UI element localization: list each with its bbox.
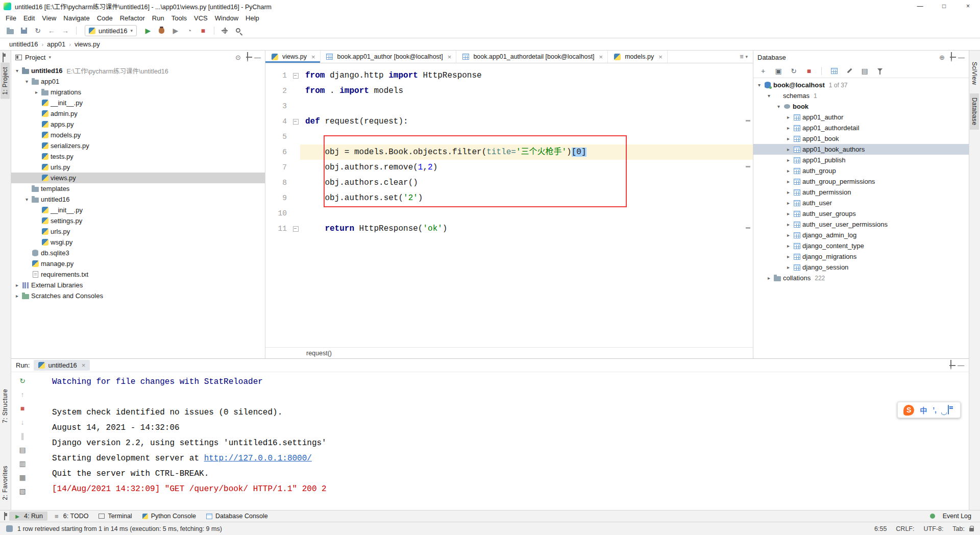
menu-file[interactable]: File — [2, 13, 20, 23]
menu-code[interactable]: Code — [93, 13, 116, 23]
stop-button[interactable]: ■ — [197, 25, 209, 37]
print-icon[interactable]: ▦ — [17, 472, 28, 483]
edit-pencil-icon[interactable] — [843, 65, 855, 77]
database-tree-item[interactable]: ▾book@localhost1 of 37 — [753, 80, 969, 90]
menu-view[interactable]: View — [38, 13, 60, 23]
datasource-options-icon[interactable]: ⊕ — [939, 54, 945, 61]
chevron-right-icon[interactable]: ▸ — [765, 275, 773, 281]
database-tree-item[interactable]: ▸auth_user_groups — [753, 208, 969, 219]
data-editor-icon[interactable]: ▤ — [859, 65, 871, 77]
project-tree-item[interactable]: ▸External Libraries — [11, 280, 265, 290]
project-tree-item[interactable]: wsgi.py — [11, 237, 265, 248]
breadcrumb-item[interactable]: untitled16 — [9, 40, 38, 48]
database-tree-item[interactable]: ▾schemas1 — [753, 90, 969, 101]
database-tree-item[interactable]: ▸auth_user — [753, 198, 969, 208]
sogou-logo-icon[interactable]: S — [903, 405, 914, 416]
chevron-down-icon[interactable]: ▾ — [23, 197, 31, 202]
code-text[interactable]: obj = models.Book.objects.filter(title='… — [300, 144, 753, 160]
menu-run[interactable]: Run — [149, 13, 168, 23]
stop-button[interactable]: ■ — [17, 403, 28, 414]
chevron-right-icon[interactable]: ▸ — [785, 232, 792, 238]
hide-panel-icon[interactable]: — — [958, 54, 965, 61]
toolwindow-button-dbconsole[interactable]: Database Console — [202, 512, 273, 521]
run-tab[interactable]: untitled16 × — [34, 360, 90, 371]
chevron-right-icon[interactable]: ▸ — [785, 264, 792, 270]
project-tree-item[interactable]: models.py — [11, 130, 265, 140]
profiler-button[interactable]: ◔ — [183, 25, 195, 37]
project-tree-item[interactable]: views.py — [11, 173, 265, 183]
pause-output-icon[interactable]: ∥ — [17, 430, 28, 442]
project-tree-item[interactable]: admin.py — [11, 108, 265, 119]
project-tree-item[interactable]: settings.py — [11, 215, 265, 226]
menu-tools[interactable]: Tools — [168, 13, 190, 23]
maximize-button[interactable]: □ — [932, 0, 956, 12]
project-tree-item[interactable]: ▸Scratches and Consoles — [11, 290, 265, 301]
context-breadcrumb[interactable]: request() — [306, 350, 332, 357]
synchronize-icon[interactable]: ↻ — [32, 25, 44, 37]
project-tree-item[interactable]: urls.py — [11, 226, 265, 237]
toolwindow-button-terminal[interactable]: Terminal — [94, 512, 136, 521]
database-tree-item[interactable]: ▸app01_publish — [753, 155, 969, 165]
chevron-right-icon[interactable]: ▸ — [785, 125, 792, 131]
keyboard-icon[interactable] — [948, 405, 949, 415]
database-tree-item[interactable]: ▸app01_authordetail — [753, 123, 969, 133]
close-icon[interactable]: × — [448, 53, 452, 61]
coverage-button[interactable]: ▶ — [169, 25, 182, 37]
database-tree-item[interactable]: ▸django_session — [753, 262, 969, 273]
status-segment[interactable]: CRLF: — [896, 525, 914, 532]
menu-vcs[interactable]: VCS — [190, 13, 211, 23]
toolwindow-stripe-database[interactable]: Database — [970, 93, 979, 130]
close-icon[interactable]: × — [82, 361, 86, 369]
chevron-right-icon[interactable]: ▸ — [785, 200, 792, 206]
chevron-right-icon[interactable]: ▸ — [785, 189, 792, 195]
error-stripe-mark[interactable] — [746, 166, 750, 167]
gear-icon[interactable] — [951, 54, 952, 61]
project-tree-item[interactable]: db.sqlite3 — [11, 248, 265, 258]
close-icon[interactable]: × — [311, 53, 315, 61]
open-folder-icon[interactable] — [4, 25, 16, 37]
rerun-button[interactable]: ↻ — [17, 375, 28, 386]
code-text[interactable]: return HttpResponse('ok') — [300, 221, 753, 236]
up-stack-trace-icon[interactable]: ↑ — [17, 389, 28, 400]
chevron-right-icon[interactable]: ▸ — [785, 179, 792, 184]
status-segment[interactable]: UTF-8: — [923, 525, 943, 532]
toolwindow-button-python[interactable]: Python Console — [138, 512, 201, 521]
project-tree-item[interactable]: serializers.py — [11, 140, 265, 151]
project-tree-item[interactable]: ▸migrations — [11, 87, 265, 98]
database-tree-item[interactable]: ▸collations222 — [753, 273, 969, 283]
code-text[interactable]: obj.authors.clear() — [300, 175, 753, 190]
down-stack-trace-icon[interactable]: ↓ — [17, 417, 28, 428]
chevron-right-icon[interactable]: ▸ — [13, 282, 21, 288]
project-tree-item[interactable]: ▾untitled16E:\工作\pycharm练习课件\untitled16 — [11, 65, 265, 76]
database-tree-item[interactable]: ▸django_admin_log — [753, 230, 969, 240]
punctuation-toggle[interactable]: ’, — [933, 406, 937, 414]
database-tree-item[interactable]: ▸auth_permission — [753, 187, 969, 198]
database-tree-item[interactable]: ▸auth_group_permissions — [753, 176, 969, 187]
project-tree-item[interactable]: ▾untitled16 — [11, 194, 265, 205]
chevron-down-icon[interactable]: ▾ — [13, 68, 21, 74]
database-tree-item[interactable]: ▸app01_book — [753, 133, 969, 144]
project-tree-item[interactable]: ▾app01 — [11, 76, 265, 87]
minimize-button[interactable]: — — [908, 0, 932, 12]
chevron-down-icon[interactable]: ▾ — [765, 93, 773, 99]
code-text[interactable]: from django.http import HttpResponse — [300, 68, 753, 83]
clear-console-icon[interactable]: ▧ — [17, 485, 28, 497]
save-all-icon[interactable] — [18, 25, 30, 37]
project-tree-item[interactable]: tests.py — [11, 151, 265, 162]
lock-icon[interactable] — [969, 528, 974, 531]
chevron-right-icon[interactable]: ▸ — [785, 157, 792, 163]
locate-file-icon[interactable]: ⊙ — [235, 54, 241, 61]
project-tree-item[interactable]: requirements.txt — [11, 269, 265, 280]
project-tree-item[interactable]: apps.py — [11, 119, 265, 130]
menu-refactor[interactable]: Refactor — [116, 13, 149, 23]
toolwindow-button-eventlog[interactable]: Event Log — [938, 512, 976, 521]
menu-navigate[interactable]: Navigate — [60, 13, 93, 23]
database-tree-item[interactable]: ▸django_migrations — [753, 251, 969, 262]
chevron-right-icon[interactable]: ▸ — [785, 168, 792, 174]
chevron-down-icon[interactable]: ▾ — [23, 79, 31, 84]
toolwindow-stripe-structure[interactable]: 7: Structure — [1, 385, 10, 427]
chinese-mode-toggle[interactable]: 中 — [920, 405, 927, 415]
fold-icon[interactable] — [291, 68, 300, 83]
status-message[interactable]: 1 row retrieved starting from 1 in 14 ms… — [17, 525, 222, 532]
code-text[interactable]: def request(request): — [300, 114, 753, 129]
